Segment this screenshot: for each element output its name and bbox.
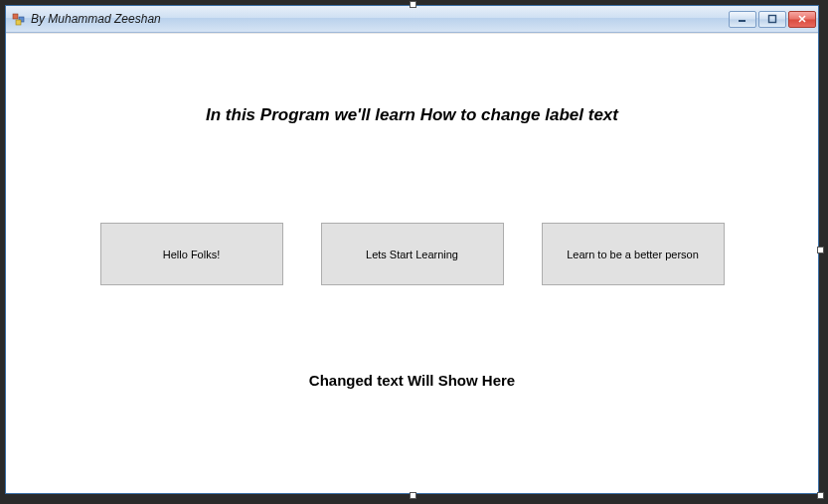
better-person-button[interactable]: Learn to be a better person [542, 223, 725, 285]
button-label: Hello Folks! [163, 249, 220, 260]
resize-handle-icon[interactable] [817, 492, 824, 499]
window-title: By Muhammad Zeeshan [31, 12, 729, 26]
titlebar: By Muhammad Zeeshan [6, 6, 818, 33]
resize-handle-icon[interactable] [410, 492, 416, 499]
start-learning-button[interactable]: Lets Start Learning [321, 223, 504, 285]
button-row: Hello Folks! Lets Start Learning Learn t… [6, 223, 818, 285]
heading-label: In this Program we'll learn How to chang… [6, 105, 818, 125]
maximize-button[interactable] [758, 11, 786, 28]
result-label: Changed text Will Show Here [6, 372, 818, 389]
svg-rect-4 [769, 16, 776, 23]
close-button[interactable] [788, 11, 816, 28]
window-controls [729, 11, 816, 28]
svg-rect-0 [13, 14, 18, 19]
svg-rect-3 [739, 20, 745, 22]
resize-handle-icon[interactable] [410, 1, 416, 8]
form-client-area: In this Program we'll learn How to chang… [6, 33, 818, 493]
minimize-button[interactable] [729, 11, 756, 28]
app-icon [12, 12, 26, 26]
button-label: Learn to be a better person [567, 249, 699, 260]
hello-folks-button[interactable]: Hello Folks! [100, 223, 283, 285]
app-window: By Muhammad Zeeshan In this Program we'l… [5, 5, 819, 494]
button-label: Lets Start Learning [366, 249, 458, 260]
svg-rect-2 [16, 20, 21, 25]
resize-handle-icon[interactable] [817, 247, 824, 253]
